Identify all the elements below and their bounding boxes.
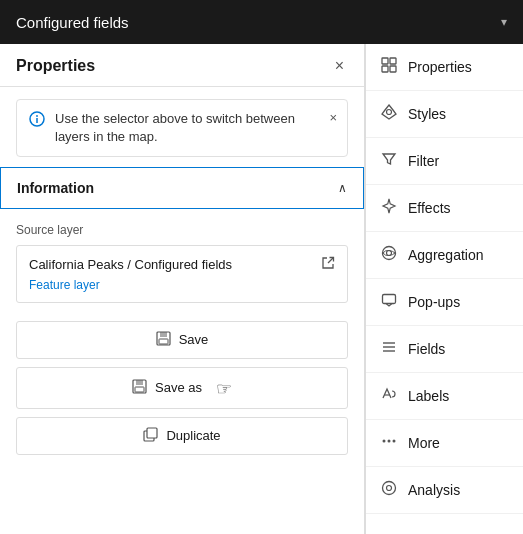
analysis-label: Analysis: [408, 482, 460, 498]
more-icon: [380, 433, 398, 453]
labels-label: Labels: [408, 388, 449, 404]
sidebar-item-filter[interactable]: Filter: [366, 138, 523, 185]
aggregation-label: Aggregation: [408, 247, 484, 263]
svg-rect-6: [159, 339, 168, 344]
source-layer-name: California Peaks / Configured fields: [29, 256, 313, 274]
svg-rect-9: [135, 387, 144, 392]
information-section-title: Information: [17, 180, 94, 196]
svg-rect-13: [390, 58, 396, 64]
fields-label: Fields: [408, 341, 445, 357]
source-layer-type: Feature layer: [29, 278, 313, 292]
properties-label: Properties: [408, 59, 472, 75]
sidebar-item-more[interactable]: More: [366, 420, 523, 467]
svg-rect-1: [36, 118, 38, 123]
svg-point-25: [383, 440, 386, 443]
save-label: Save: [179, 332, 209, 347]
svg-point-18: [383, 247, 396, 260]
duplicate-label: Duplicate: [166, 428, 220, 443]
styles-icon: [380, 104, 398, 124]
information-section-header[interactable]: Information ∧: [0, 167, 364, 209]
labels-icon: [380, 386, 398, 406]
properties-icon: [380, 57, 398, 77]
svg-point-26: [388, 440, 391, 443]
sidebar-item-styles[interactable]: Styles: [366, 91, 523, 138]
svg-point-2: [36, 115, 38, 117]
save-icon: [156, 331, 171, 349]
sidebar-item-analysis[interactable]: Analysis: [366, 467, 523, 514]
properties-header: Properties ×: [0, 44, 364, 87]
save-as-label: Save as: [155, 380, 202, 395]
fields-icon: [380, 339, 398, 359]
source-layer-card: California Peaks / Configured fields Fea…: [16, 245, 348, 302]
styles-label: Styles: [408, 106, 446, 122]
save-as-button[interactable]: Save as ☞: [16, 367, 348, 409]
popups-label: Pop-ups: [408, 294, 460, 310]
left-content: Use the selector above to switch between…: [0, 87, 364, 534]
sidebar-item-labels[interactable]: Labels: [366, 373, 523, 420]
source-layer-section: Source layer California Peaks / Configur…: [0, 209, 364, 316]
main-layout: Properties × Use the selector above to s…: [0, 44, 523, 534]
sidebar-item-popups[interactable]: Pop-ups: [366, 279, 523, 326]
svg-rect-20: [383, 295, 396, 304]
filter-label: Filter: [408, 153, 439, 169]
svg-point-29: [387, 486, 392, 491]
info-icon: [29, 111, 45, 131]
info-banner: Use the selector above to switch between…: [16, 99, 348, 157]
sidebar-item-fields[interactable]: Fields: [366, 326, 523, 373]
left-panel: Properties × Use the selector above to s…: [0, 44, 365, 534]
info-banner-text: Use the selector above to switch between…: [55, 110, 319, 146]
effects-label: Effects: [408, 200, 451, 216]
filter-icon: [380, 151, 398, 171]
right-sidebar: Properties Styles Filter: [365, 44, 523, 534]
information-chevron-icon: ∧: [338, 181, 347, 195]
sidebar-item-effects[interactable]: Effects: [366, 185, 523, 232]
external-link-icon[interactable]: [321, 256, 335, 273]
cursor-icon: ☞: [216, 378, 232, 400]
svg-rect-12: [382, 58, 388, 64]
svg-marker-16: [382, 105, 396, 119]
svg-point-28: [383, 482, 396, 495]
effects-icon: [380, 198, 398, 218]
duplicate-icon: [143, 427, 158, 445]
properties-title: Properties: [16, 57, 95, 75]
aggregation-icon: [380, 245, 398, 265]
source-layer-label: Source layer: [16, 223, 348, 237]
save-button[interactable]: Save: [16, 321, 348, 359]
svg-rect-14: [382, 66, 388, 72]
svg-rect-8: [136, 380, 143, 385]
svg-rect-5: [160, 332, 167, 337]
top-bar-title: Configured fields: [16, 14, 129, 31]
action-buttons: Save Save as ☞: [0, 317, 364, 467]
svg-line-3: [328, 258, 333, 263]
popups-icon: [380, 292, 398, 312]
sidebar-item-aggregation[interactable]: Aggregation: [366, 232, 523, 279]
top-bar: Configured fields ▾: [0, 0, 523, 44]
svg-point-17: [387, 110, 392, 115]
more-label: More: [408, 435, 440, 451]
analysis-icon: [380, 480, 398, 500]
source-layer-info: California Peaks / Configured fields Fea…: [29, 256, 313, 291]
info-banner-close-button[interactable]: ×: [329, 110, 337, 125]
sidebar-item-properties[interactable]: Properties: [366, 44, 523, 91]
svg-point-27: [393, 440, 396, 443]
close-button[interactable]: ×: [331, 56, 348, 76]
svg-rect-11: [147, 428, 157, 438]
svg-rect-15: [390, 66, 396, 72]
duplicate-button[interactable]: Duplicate: [16, 417, 348, 455]
top-bar-chevron-icon[interactable]: ▾: [501, 15, 507, 29]
save-as-icon: [132, 379, 147, 397]
